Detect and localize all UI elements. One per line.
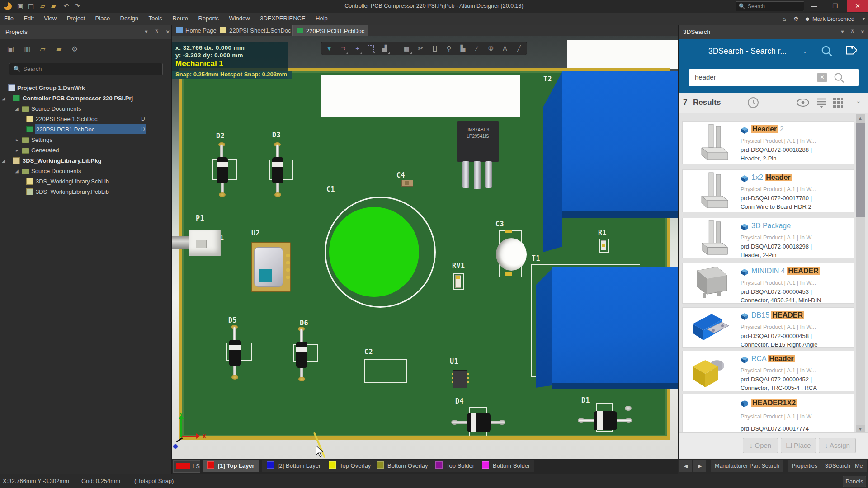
layer-tab-bottom-layer[interactable]: [2] Bottom Layer bbox=[262, 460, 325, 472]
scrollbar-thumb[interactable] bbox=[856, 123, 865, 217]
text-icon[interactable]: A bbox=[502, 44, 508, 52]
chip-icon[interactable]: ▦ bbox=[403, 44, 410, 52]
layer-tab-bottom-overlay[interactable]: Bottom Overlay bbox=[372, 460, 433, 472]
tree-item-libpkg[interactable]: ◢ 3DS_WorkingLibrary.LibPkg bbox=[0, 155, 171, 166]
component-r1[interactable] bbox=[601, 240, 606, 250]
pcb-3d-viewport[interactable]: D2 D3 C4 C1 P1 1 U2 C3 RV1 T2 T1 R1 U1 D… bbox=[172, 36, 678, 459]
panel-pin-icon[interactable]: ⊼ bbox=[155, 28, 159, 35]
global-search-input[interactable]: 🔍Search bbox=[736, 1, 804, 11]
expand-icon[interactable]: ◢ bbox=[2, 93, 5, 103]
panels-button[interactable]: Panels bbox=[843, 476, 866, 487]
compile-icon[interactable]: ▥ bbox=[24, 45, 33, 54]
eye-icon[interactable] bbox=[796, 98, 810, 107]
component-u2-chip[interactable] bbox=[251, 242, 291, 292]
user-name[interactable]: Mark Bierschied bbox=[812, 15, 854, 22]
menu-help[interactable]: Help bbox=[311, 13, 332, 24]
menu-edit[interactable]: Edit bbox=[19, 13, 38, 24]
menu-reports[interactable]: Reports bbox=[194, 13, 223, 24]
folder-settings-icon[interactable]: ▰ bbox=[56, 45, 65, 54]
panel-close-icon[interactable]: ✕ bbox=[165, 29, 170, 35]
panel-dropdown-icon[interactable]: ▼ bbox=[840, 29, 845, 34]
result-card-3[interactable]: 3D Package Physical Product | A.1 | In W… bbox=[682, 218, 854, 258]
menu-place[interactable]: Place bbox=[91, 13, 114, 24]
tree-item-schdoc[interactable]: 220PSI Sheet1.SchDoc D bbox=[0, 114, 171, 124]
layer-set-button[interactable]: LS bbox=[173, 460, 200, 473]
component-d4-diode[interactable] bbox=[452, 412, 505, 433]
3dsearch-query-input[interactable]: header ✕ bbox=[689, 69, 859, 86]
layer-tab-top-solder[interactable]: Top Solder bbox=[431, 460, 479, 472]
steps-icon[interactable]: ▙ bbox=[460, 44, 466, 52]
tab-manufacturer-part-search[interactable]: Manufacturer Part Search bbox=[711, 460, 783, 472]
pin-icon[interactable]: ⚲ bbox=[446, 44, 452, 52]
minimize-button[interactable]: — bbox=[805, 0, 824, 12]
crosshair-icon[interactable]: + bbox=[354, 44, 360, 52]
collapse-icon[interactable]: ▸ bbox=[16, 135, 18, 145]
measure-icon[interactable]: ⑩ bbox=[488, 44, 494, 52]
selection-box-icon[interactable] bbox=[368, 45, 373, 52]
tree-item-source-documents-2[interactable]: ◢ Source Documents bbox=[0, 166, 171, 176]
scroll-up-icon[interactable]: ▲ bbox=[856, 114, 865, 123]
cutter-icon[interactable]: ✂ bbox=[418, 44, 424, 52]
list-view-icon[interactable] bbox=[816, 97, 827, 108]
component-c1-buzzer[interactable] bbox=[329, 207, 419, 297]
tree-item-schlib[interactable]: 3DS_WorkingLibrary.SchLib bbox=[0, 176, 171, 187]
layer-tab-bottom-solder[interactable]: Bottom Solder bbox=[477, 460, 534, 472]
tree-item-generated[interactable]: ▸ Generated bbox=[0, 145, 171, 155]
panel-pin-icon[interactable]: ⊼ bbox=[850, 28, 855, 35]
result-card-4[interactable]: MINIDIN 4 HEADER Physical Product | A.1 … bbox=[682, 263, 854, 304]
snap-icon[interactable]: ⊃ bbox=[340, 44, 346, 52]
menu-view[interactable]: View bbox=[40, 13, 61, 24]
component-d6-diode[interactable] bbox=[294, 328, 310, 381]
component-d5-diode[interactable] bbox=[227, 326, 243, 380]
line-tool-icon[interactable]: ∕ bbox=[474, 45, 480, 52]
tab-messages[interactable]: Me bbox=[851, 460, 867, 472]
user-icon[interactable]: ☻ bbox=[804, 15, 811, 22]
component-c4[interactable] bbox=[401, 180, 413, 187]
tree-item-project[interactable]: ◢ Controller PCB Compressor 220 PSI.Prj bbox=[0, 93, 171, 103]
component-c3-capacitor[interactable] bbox=[496, 238, 527, 271]
projects-search-input[interactable]: 🔍Search bbox=[9, 63, 163, 75]
search-icon[interactable] bbox=[833, 72, 845, 84]
component-d3-diode[interactable] bbox=[270, 144, 286, 197]
assign-button[interactable]: ↓ Assign bbox=[819, 438, 856, 453]
results-scrollbar[interactable]: ▲ ▼ bbox=[856, 114, 865, 434]
tree-item-source-documents[interactable]: ◢ Source Documents bbox=[0, 103, 171, 114]
menu-file[interactable]: File bbox=[0, 13, 18, 24]
result-card-5[interactable]: DB15 HEADER Physical Product | A.1 | In … bbox=[682, 307, 854, 348]
component-d1-diode[interactable] bbox=[579, 410, 631, 431]
component-u1-chip[interactable] bbox=[453, 370, 467, 388]
loop-icon[interactable]: ∐ bbox=[432, 44, 438, 52]
tab-properties[interactable]: Properties bbox=[788, 460, 821, 472]
tab-pcbdoc-active[interactable]: 220PSI PCB1.PcbDoc bbox=[292, 25, 368, 37]
menu-tools[interactable]: Tools bbox=[145, 13, 166, 24]
tree-item-settings[interactable]: ▸ Settings bbox=[0, 135, 171, 145]
tab-home-page[interactable]: Home Page bbox=[173, 25, 219, 36]
chevron-down-icon[interactable]: ⌄ bbox=[856, 97, 861, 104]
result-card-2[interactable]: 1x2 Header Physical Product | A.1 | In W… bbox=[682, 169, 854, 212]
column-chart-icon[interactable]: ▟ bbox=[382, 44, 388, 52]
component-t2-relay[interactable] bbox=[562, 71, 678, 213]
menu-design[interactable]: Design bbox=[116, 13, 142, 24]
search-icon[interactable] bbox=[821, 45, 833, 57]
grid-view-icon[interactable] bbox=[832, 97, 844, 108]
chevron-down-icon[interactable]: ⌄ bbox=[802, 47, 807, 54]
layer-tab-top-overlay[interactable]: Top Overlay bbox=[324, 460, 375, 472]
collapse-icon[interactable]: ▸ bbox=[16, 145, 18, 155]
component-p1-connector[interactable] bbox=[189, 230, 221, 256]
panel-dropdown-icon[interactable]: ▼ bbox=[144, 29, 149, 34]
component-rv1[interactable] bbox=[455, 275, 461, 288]
layer-tab-top-layer[interactable]: [1] Top Layer bbox=[203, 460, 259, 472]
component-t1-relay[interactable] bbox=[552, 267, 678, 389]
tree-item-pcbdoc-selected[interactable]: 220PSI PCB1.PcbDoc D bbox=[0, 124, 171, 135]
result-card-7[interactable]: HEADER1X2 Physical Product | A.1 | In W.… bbox=[682, 394, 854, 433]
gear-icon[interactable]: ⚙ bbox=[71, 45, 80, 54]
history-clock-icon[interactable] bbox=[747, 97, 760, 109]
result-card-6[interactable]: RCA Header Physical Product | A.1 | In W… bbox=[682, 351, 854, 391]
restore-button[interactable]: ❐ bbox=[826, 0, 844, 12]
gear-icon[interactable]: ⚙ bbox=[793, 15, 799, 22]
scroll-right-icon[interactable]: ▶ bbox=[693, 460, 706, 472]
menu-window[interactable]: Window bbox=[225, 13, 254, 24]
slash-icon[interactable]: ╱ bbox=[516, 44, 522, 52]
expand-icon[interactable]: ◢ bbox=[2, 155, 5, 166]
component-d2-diode[interactable] bbox=[214, 144, 231, 197]
